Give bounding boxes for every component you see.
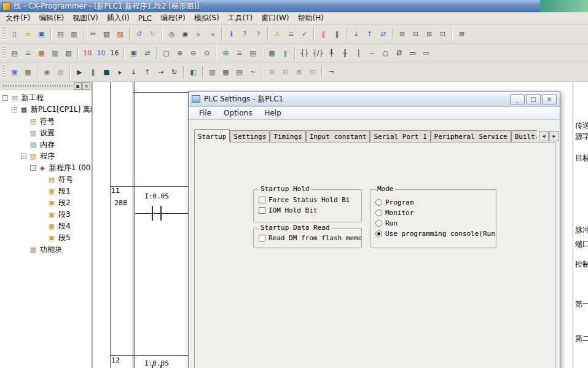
tile-ladder-windows-icon[interactable]: ⊞ (265, 66, 278, 79)
dialog-title-bar[interactable]: PLC Settings - 新PLC1 _ □ × (189, 92, 560, 107)
step-run-icon[interactable]: ▸ (114, 66, 127, 79)
tree-item-settings[interactable]: ▥设置 (0, 127, 92, 139)
new-contact-icon[interactable]: ┤├ (298, 47, 311, 60)
maximize-button[interactable]: □ (526, 94, 541, 104)
tree-panel-header[interactable]: ▪ × (0, 82, 92, 90)
print-preview-icon[interactable]: ▥ (68, 28, 80, 41)
redo-icon[interactable]: ↻ (146, 28, 159, 41)
panel-drag-grip[interactable] (3, 85, 71, 87)
menu-item-4[interactable]: PLC (134, 13, 156, 24)
tab-serial-port-1[interactable]: Serial Port 1 (370, 130, 430, 143)
pause-icon[interactable]: ‖ (331, 28, 343, 41)
tree-item-new-plc1[interactable]: -▦新PLC1[CP1L] 离线 (0, 104, 92, 115)
pause-simulation-icon[interactable]: ‖ (87, 66, 100, 79)
menu-item-1[interactable]: 编辑(E) (34, 12, 68, 25)
close-button[interactable]: × (542, 94, 557, 104)
title-bar[interactable]: 线 - CX-Programmer - [新PLC1.新程序1.段2 [梯形图]… (0, 0, 588, 12)
tree-expander-icon[interactable]: - (12, 107, 17, 112)
tab-scroll-right-icon[interactable]: ▶ (549, 131, 559, 141)
plc-settings-icon[interactable]: ▧ (62, 47, 75, 60)
menu-item-2[interactable]: 视图(V) (68, 12, 103, 25)
io-table-icon[interactable]: ▥ (49, 47, 61, 60)
radio-run[interactable]: Run (370, 218, 496, 229)
window-tile-vertical-icon[interactable]: ⊞ (423, 28, 436, 41)
toolbar-grip[interactable] (2, 47, 5, 59)
work-online-icon[interactable]: ‖ (317, 28, 330, 41)
tree-expander-icon[interactable]: - (30, 165, 36, 171)
new-coil-icon[interactable]: ○ (379, 47, 392, 60)
go-back-10-icon[interactable]: 10 (81, 47, 94, 60)
close-panel-icon[interactable]: × (82, 82, 90, 90)
menu-item-9[interactable]: 帮助(H) (294, 12, 328, 25)
download-to-plc-icon[interactable]: ↓ (350, 28, 363, 41)
differential-monitor-icon[interactable]: ◎ (54, 66, 67, 79)
cross-reference-icon[interactable]: ⇄ (141, 47, 154, 60)
plc-memory-icon[interactable]: ▦ (219, 66, 232, 79)
window-arrange-icons-icon[interactable]: ⊡ (436, 28, 449, 41)
menu-item-3[interactable]: 插入(I) (103, 12, 134, 25)
tree-item-section5[interactable]: ▣段5 (0, 232, 92, 244)
menu-item-6[interactable]: 模拟(S) (190, 12, 224, 25)
new-or-contact-icon[interactable]: ╀ (325, 47, 338, 60)
find-icon[interactable]: ◉ (179, 28, 192, 41)
undo-icon[interactable]: ↺ (133, 28, 146, 41)
simulator-icon[interactable]: ▣ (8, 66, 21, 79)
retrace-icon[interactable]: ◃ (206, 28, 219, 41)
new-or-closed-contact-icon[interactable]: ╂ (339, 47, 351, 60)
monitor-mode-icon[interactable]: ◉ (41, 66, 53, 79)
tree-item-new-program1[interactable]: -◈新程序1 (00) (0, 162, 92, 174)
tab-settings[interactable]: Settings (230, 130, 270, 143)
tree-item-section4[interactable]: ▣段4 (0, 221, 92, 232)
tree-item-programs[interactable]: -▧程序 (0, 151, 92, 162)
tab-scroll-left-icon[interactable]: ◀ (539, 131, 549, 141)
io-comment-view-icon[interactable]: ▤ (233, 66, 246, 79)
radio-program[interactable]: Program (370, 197, 496, 208)
scan-run-icon[interactable]: ↻ (168, 66, 181, 79)
menu-item-7[interactable]: 工具(T) (224, 12, 257, 25)
tab-startup[interactable]: Startup (194, 129, 230, 143)
checkbox-force-status-hold-bi[interactable]: Force Status Hold Bi (254, 195, 361, 205)
go-16-icon[interactable]: 16 (108, 47, 121, 60)
ladder-contact[interactable] (151, 365, 162, 368)
save-project-icon[interactable]: ▣ (35, 28, 48, 41)
zoom-out-icon[interactable]: ⊖ (187, 47, 200, 60)
toolbar-grip[interactable] (2, 28, 5, 40)
toolbar-grip[interactable] (2, 66, 5, 78)
help-icon[interactable]: ? (238, 28, 251, 41)
radio-monitor[interactable]: Monitor (370, 208, 496, 218)
data-trace-icon[interactable]: ~ (246, 66, 259, 79)
tree-item-section1[interactable]: ▣段1 (0, 186, 92, 197)
mnemonic-view-icon[interactable]: ≡ (22, 47, 34, 60)
radio-use-programming-console-run[interactable]: Use programming console(Run (370, 229, 496, 239)
new-horizontal-icon[interactable]: ─ (366, 47, 378, 60)
tab-built-in-i[interactable]: Built-in I (511, 130, 537, 143)
pause-monitoring-icon[interactable]: ‖ (279, 47, 292, 60)
select-mode-icon[interactable]: ▢ (160, 47, 173, 60)
tree-item-new-project[interactable]: -▤新工程 (0, 92, 92, 104)
tree-item-section2[interactable]: ▣段2 (0, 197, 92, 209)
continuous-step-icon[interactable]: → (154, 66, 167, 79)
paste-icon[interactable]: ▨ (114, 28, 127, 41)
checkbox-iom-hold-bit[interactable]: IOM Hold Bit (254, 205, 361, 216)
step-in-icon[interactable]: ↓ (127, 66, 140, 79)
menu-item-5[interactable]: 编程(P) (156, 12, 190, 25)
tab-timings[interactable]: Timings (270, 130, 305, 143)
run-icon[interactable]: ▶ (73, 66, 86, 79)
menu-item-0[interactable]: 文件(F) (1, 12, 34, 25)
window-tile-horizontal-icon[interactable]: ⊟ (409, 28, 422, 41)
open-project-icon[interactable]: ▱ (22, 28, 34, 41)
cut-icon[interactable]: ✂ (87, 28, 100, 41)
step-out-icon[interactable]: ↑ (141, 66, 154, 79)
ladder-view-icon[interactable]: ▤ (8, 47, 21, 60)
print-icon[interactable]: ▤ (54, 28, 67, 41)
copy-icon[interactable]: ▧ (100, 28, 113, 41)
new-instruction-icon[interactable]: ▭ (406, 47, 419, 60)
menu-item-8[interactable]: 窗口(W) (257, 12, 293, 25)
context-help-icon[interactable]: ? (252, 28, 265, 41)
new-project-icon[interactable]: ▯ (8, 28, 21, 41)
tree-item-section3[interactable]: ▣段3 (0, 209, 92, 221)
tree-item-memory[interactable]: ▨内存 (0, 139, 92, 151)
simulator-online-icon[interactable]: ▦ (22, 66, 34, 79)
tree-item-symbols[interactable]: ▤符号 (0, 115, 92, 127)
minimize-button[interactable]: _ (510, 94, 525, 104)
